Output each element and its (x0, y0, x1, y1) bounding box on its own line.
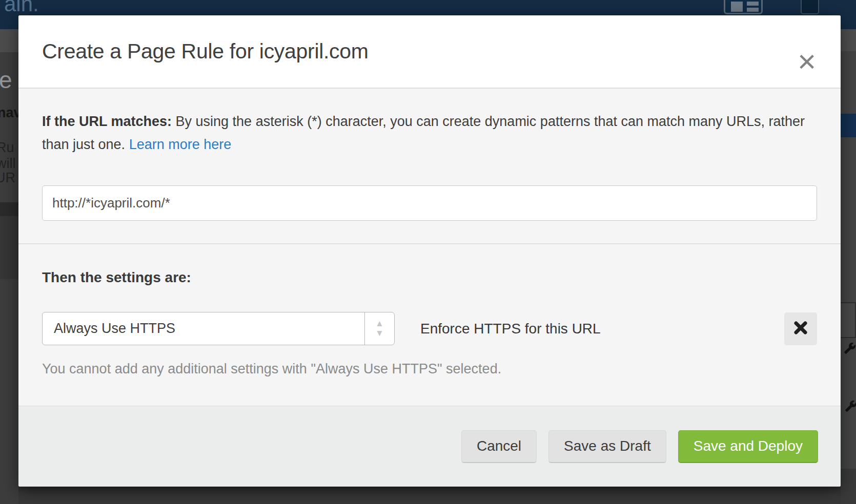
dimmed-background-bottom (18, 487, 841, 504)
chevron-down-icon: ▼ (375, 330, 384, 337)
setting-description: Enforce HTTPS for this URL (420, 321, 601, 337)
remove-x-icon (793, 321, 808, 337)
save-deploy-button[interactable]: Save and Deploy (678, 430, 818, 463)
page-title: Create a Page Rule for icyapril.com (42, 39, 369, 64)
background-text-fragment: nav (0, 105, 18, 121)
url-pattern-input[interactable] (42, 185, 817, 221)
partial-toolbar-icon (801, 0, 819, 14)
background-text-fragment: UR (0, 170, 15, 186)
cancel-button[interactable]: Cancel (461, 430, 537, 463)
background-band (0, 216, 18, 279)
settings-row: Always Use HTTPS ▲ ▼ Enforce HTTPS for t… (42, 312, 817, 345)
save-draft-button[interactable]: Save as Draft (548, 430, 666, 463)
dimmed-background-right (841, 29, 856, 504)
background-text-fragment: ain. (4, 0, 39, 16)
background-icon-box (841, 302, 856, 338)
modal-body: If the URL matches: By using the asteris… (18, 89, 841, 406)
modal-footer: Cancel Save as Draft Save and Deploy (18, 406, 841, 487)
background-band (0, 202, 18, 216)
background-band (841, 29, 856, 51)
wrench-icon (844, 342, 856, 354)
learn-more-link[interactable]: Learn more here (129, 137, 232, 152)
background-text-fragment: will (0, 156, 16, 172)
settings-heading: Then the settings are: (42, 269, 817, 286)
url-match-paragraph: If the URL matches: By using the asteris… (42, 110, 807, 156)
url-match-label: If the URL matches: (42, 114, 172, 129)
settings-note: You cannot add any additional settings w… (42, 361, 817, 377)
close-button[interactable]: × (792, 47, 821, 76)
setting-select[interactable]: Always Use HTTPS ▲ ▼ (42, 312, 395, 345)
chevron-up-icon: ▲ (375, 320, 384, 327)
select-spinner: ▲ ▼ (364, 312, 394, 345)
background-blue-block (841, 114, 856, 137)
dimmed-background-left: e nav Ru will UR (0, 29, 18, 504)
background-text-fragment: Ru (0, 140, 14, 156)
close-icon: × (798, 44, 816, 79)
background-text-fragment: e (0, 66, 12, 94)
page: ain. e nav Ru will UR Create a Page Rule… (0, 0, 856, 504)
background-band (0, 29, 18, 52)
background-band (841, 469, 856, 504)
setting-select-value: Always Use HTTPS (43, 312, 364, 345)
modal-header: Create a Page Rule for icyapril.com × (18, 15, 841, 89)
layout-cards-icon (724, 0, 763, 14)
create-page-rule-dialog: Create a Page Rule for icyapril.com × If… (18, 15, 841, 487)
remove-setting-button[interactable] (784, 312, 817, 345)
section-divider (18, 243, 841, 244)
wrench-icon (845, 400, 856, 412)
